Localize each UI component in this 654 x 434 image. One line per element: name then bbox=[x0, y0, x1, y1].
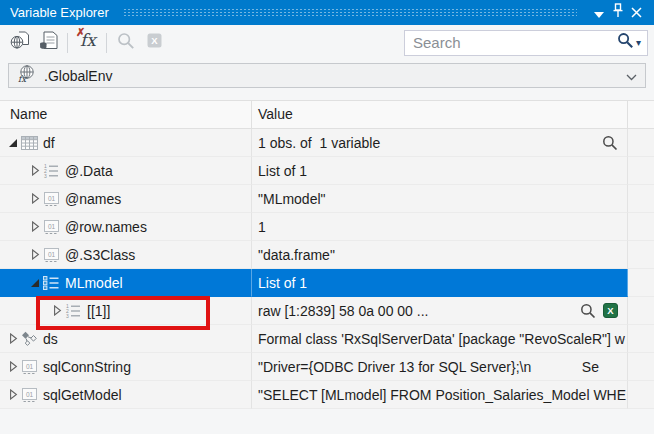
variable-value-cell[interactable]: Formal class 'RxSqlServerData' [package … bbox=[252, 325, 628, 353]
tree-row-names[interactable]: 01@names"MLmodel" bbox=[0, 185, 654, 213]
variable-value-cell[interactable]: raw [1:2839] 58 0a 00 00 ...X bbox=[252, 297, 628, 325]
svg-text:3: 3 bbox=[66, 313, 69, 318]
variable-name: ds bbox=[43, 331, 58, 347]
delete-variables-button[interactable]: fx✗ bbox=[74, 30, 100, 56]
variable-value: "data.frame" bbox=[258, 247, 627, 263]
variable-name-cell[interactable]: 01@.S3Class bbox=[0, 241, 252, 269]
variable-name: sqlConnString bbox=[43, 359, 131, 375]
environment-globe-fx-icon: fx bbox=[17, 64, 36, 87]
s4-class-icon bbox=[19, 331, 39, 346]
titlebar-drag-grip[interactable] bbox=[123, 8, 577, 17]
variable-name: sqlGetModel bbox=[43, 387, 122, 403]
column-header-name[interactable]: Name bbox=[0, 101, 252, 128]
list-icon bbox=[41, 276, 61, 290]
search-box: ▾ bbox=[404, 30, 648, 56]
row-filler bbox=[628, 269, 654, 297]
tree-row-ds[interactable]: dsFormal class 'RxSqlServerData' [packag… bbox=[0, 325, 654, 353]
expand-toggle-icon[interactable] bbox=[28, 221, 41, 232]
variable-value-cell[interactable]: List of 1 bbox=[252, 269, 628, 297]
variable-value: "MLmodel" bbox=[258, 191, 627, 207]
row-filler bbox=[628, 213, 654, 241]
import-dataset-file-button[interactable] bbox=[35, 30, 61, 56]
tree-row-sqlgetmodel[interactable]: 01sqlGetModel"SELECT [MLmodel] FROM Posi… bbox=[0, 381, 654, 409]
variable-name: [[1]] bbox=[87, 303, 110, 319]
variable-value-cell[interactable]: "SELECT [MLmodel] FROM Position_Salaries… bbox=[252, 381, 628, 409]
row-actions: X bbox=[576, 303, 627, 319]
excel-icon: X bbox=[147, 33, 162, 52]
tree-row-row.names[interactable]: 01@row.names1 bbox=[0, 213, 654, 241]
tree-row-.s3class[interactable]: 01@.S3Class"data.frame" bbox=[0, 241, 654, 269]
tree-row-1[interactable]: 123[[1]]raw [1:2839] 58 0a 00 00 ...X bbox=[0, 297, 654, 325]
svg-text:01: 01 bbox=[47, 250, 55, 257]
variable-name-cell[interactable]: 01sqlGetModel bbox=[0, 381, 252, 409]
expand-toggle-icon[interactable] bbox=[28, 165, 41, 176]
tree-row-.data[interactable]: 123@.DataList of 1 bbox=[0, 157, 654, 185]
row-filler bbox=[628, 325, 654, 353]
variable-value: raw [1:2839] 58 0a 00 00 ... bbox=[258, 303, 576, 319]
column-header-value[interactable]: Value bbox=[252, 101, 628, 128]
row-filler bbox=[628, 381, 654, 409]
excel-export-icon[interactable]: X bbox=[603, 303, 618, 318]
show-details-button[interactable] bbox=[113, 30, 139, 56]
expand-toggle-icon[interactable] bbox=[28, 249, 41, 260]
row-filler bbox=[628, 185, 654, 213]
variable-value-cell[interactable]: 1 obs. of 1 variable bbox=[252, 129, 628, 157]
variable-value-cell[interactable]: 1 bbox=[252, 213, 628, 241]
row-filler bbox=[628, 241, 654, 269]
expand-toggle-icon[interactable] bbox=[6, 333, 19, 344]
panel-title: Variable Explorer bbox=[10, 5, 109, 20]
titlebar[interactable]: Variable Explorer bbox=[0, 0, 654, 25]
string-icon: 01 bbox=[41, 220, 61, 234]
variable-name-cell[interactable]: 01@names bbox=[0, 185, 252, 213]
environment-dropdown[interactable]: fx .GlobalEnv bbox=[8, 63, 646, 88]
variable-value: "Driver={ODBC Driver 13 for SQL Server};… bbox=[258, 359, 627, 375]
row-filler bbox=[628, 297, 654, 325]
variable-value-cell[interactable]: "data.frame" bbox=[252, 241, 628, 269]
pin-button[interactable] bbox=[608, 3, 627, 22]
variable-value-cell[interactable]: "MLmodel" bbox=[252, 185, 628, 213]
variable-name-cell[interactable]: 01@row.names bbox=[0, 213, 252, 241]
string-icon: 01 bbox=[19, 388, 39, 402]
variable-name-cell[interactable]: MLmodel bbox=[0, 269, 252, 297]
tree-row-sqlconnstring[interactable]: 01sqlConnString"Driver={ODBC Driver 13 f… bbox=[0, 353, 654, 381]
svg-text:01: 01 bbox=[25, 390, 33, 397]
magnifier-icon[interactable] bbox=[602, 135, 618, 151]
tree-row-df[interactable]: df1 obs. of 1 variable bbox=[0, 129, 654, 157]
search-input[interactable] bbox=[405, 34, 617, 51]
expand-toggle-icon[interactable] bbox=[50, 305, 63, 316]
expand-toggle-icon[interactable] bbox=[28, 193, 41, 204]
svg-text:X: X bbox=[607, 305, 614, 316]
export-excel-button[interactable]: X bbox=[141, 30, 167, 56]
variable-name-cell[interactable]: 123@.Data bbox=[0, 157, 252, 185]
search-icon[interactable] bbox=[617, 32, 634, 53]
variable-value-cell[interactable]: "Driver={ODBC Driver 13 for SQL Server};… bbox=[252, 353, 628, 381]
magnifier-icon[interactable] bbox=[580, 303, 596, 319]
search-options-chevron-icon[interactable]: ▾ bbox=[636, 37, 641, 48]
variable-name-cell[interactable]: ds bbox=[0, 325, 252, 353]
variable-value: Formal class 'RxSqlServerData' [package … bbox=[258, 331, 627, 347]
close-button[interactable] bbox=[627, 3, 646, 22]
variable-name-cell[interactable]: df bbox=[0, 129, 252, 157]
variable-name-cell[interactable]: 01sqlConnString bbox=[0, 353, 252, 381]
tree-row-mlmodel[interactable]: MLmodelList of 1 bbox=[0, 269, 654, 297]
variable-name-cell[interactable]: 123[[1]] bbox=[0, 297, 252, 325]
chevron-down-icon bbox=[594, 4, 604, 22]
expand-toggle-icon[interactable] bbox=[6, 361, 19, 372]
variable-name: @.Data bbox=[65, 163, 113, 179]
svg-text:01: 01 bbox=[47, 222, 55, 229]
variable-explorer-panel: Variable Explorer fx✗ X ▾ fx .GlobalEnv … bbox=[0, 0, 654, 434]
variable-value: List of 1 bbox=[258, 275, 627, 291]
collapse-toggle-icon[interactable] bbox=[28, 278, 41, 288]
svg-text:X: X bbox=[151, 35, 158, 46]
fx-delete-icon: fx✗ bbox=[76, 30, 98, 56]
variables-rows: df1 obs. of 1 variable123@.DataList of 1… bbox=[0, 129, 654, 409]
variable-name: MLmodel bbox=[65, 275, 123, 291]
svg-text:01: 01 bbox=[47, 194, 55, 201]
variable-name: @.S3Class bbox=[65, 247, 135, 263]
import-dataset-web-button[interactable] bbox=[7, 30, 33, 56]
window-position-button[interactable] bbox=[589, 3, 608, 22]
expand-toggle-icon[interactable] bbox=[6, 389, 19, 400]
collapse-toggle-icon[interactable] bbox=[6, 138, 19, 148]
variable-value-cell[interactable]: List of 1 bbox=[252, 157, 628, 185]
chevron-down-icon bbox=[626, 67, 637, 85]
